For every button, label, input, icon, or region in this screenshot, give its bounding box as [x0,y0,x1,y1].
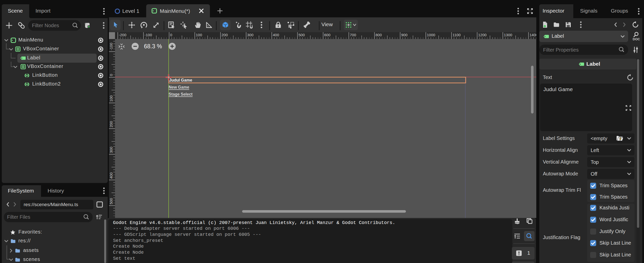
svg-text:DOC: DOC [633,37,640,41]
